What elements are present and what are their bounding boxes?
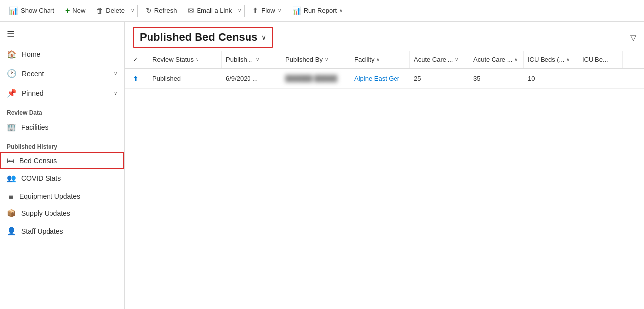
sidebar-recent-label: Recent: [22, 70, 44, 78]
flow-icon: ⬆: [252, 6, 259, 15]
col-header-icu-beds-2[interactable]: ICU Be...: [578, 51, 623, 68]
pinned-chevron: ∨: [114, 90, 117, 96]
email-dropdown-chevron[interactable]: ∨: [238, 8, 241, 13]
sidebar-item-pinned[interactable]: 📌 Pinned ∨: [0, 83, 124, 103]
table-row[interactable]: ⬆ Published 6/9/2020 ... ██████ █████ Al…: [125, 69, 644, 89]
row-check-cell: ⬆: [133, 75, 149, 83]
sidebar: ☰ 🏠 Home 🕐 Recent ∨ 📌 Pinned ∨ Review Da…: [0, 22, 125, 309]
acute-care-1-col-label: Acute Care ...: [414, 56, 453, 63]
row-publish-date-cell: 6/9/2020 ...: [222, 75, 281, 82]
view-title-bar: Published Bed Census ∨ ▽: [125, 22, 644, 51]
sidebar-home-label: Home: [22, 51, 40, 58]
published-history-section: Published History: [0, 136, 124, 152]
delete-label: Delete: [106, 7, 125, 14]
pinned-icon: 📌: [7, 88, 17, 98]
icu-beds-1-col-label: ICU Beds (...: [528, 56, 564, 63]
run-report-button[interactable]: 📊 Run Report ∨: [287, 4, 347, 17]
row-acute-care-1-cell: 25: [410, 75, 469, 82]
bed-census-icon: 🛏: [7, 156, 14, 165]
content-area: Published Bed Census ∨ ▽ ✓ Review Status…: [125, 22, 644, 309]
col-header-acute-care-1[interactable]: Acute Care ... ∨: [410, 51, 469, 68]
publish-col-label: Publish...: [226, 56, 252, 63]
col-header-published-by[interactable]: Published By ∨: [281, 51, 350, 68]
divider-1: [137, 5, 138, 17]
flow-label: Flow: [261, 7, 275, 14]
col-header-facility[interactable]: Facility ∨: [350, 51, 410, 68]
col-header-icu-beds-1[interactable]: ICU Beds (... ∨: [524, 51, 578, 68]
refresh-icon: ↻: [146, 6, 152, 15]
col-header-review-status[interactable]: Review Status ∨: [149, 51, 222, 68]
view-title-box[interactable]: Published Bed Census ∨: [133, 27, 273, 48]
chart-icon: 📊: [9, 6, 18, 15]
acute-care-1-col-chevron: ∨: [455, 57, 458, 62]
row-icu-beds-1-cell: 10: [524, 75, 578, 82]
run-report-icon: 📊: [292, 6, 301, 15]
run-report-label: Run Report: [304, 7, 337, 14]
covid-stats-label: COVID Stats: [21, 174, 61, 182]
facilities-label: Facilities: [21, 123, 48, 131]
equipment-icon: 🖥: [7, 192, 14, 200]
sidebar-item-facilities[interactable]: 🏢 Facilities: [0, 118, 124, 136]
grid-header: ✓ Review Status ∨ Publish... ∨ Published…: [125, 51, 644, 69]
facilities-icon: 🏢: [7, 123, 16, 132]
show-chart-label: Show Chart: [21, 7, 54, 14]
new-button[interactable]: + New: [60, 4, 90, 17]
plus-icon: +: [65, 6, 70, 15]
sidebar-item-recent[interactable]: 🕐 Recent ∨: [0, 64, 124, 83]
refresh-button[interactable]: ↻ Refresh: [141, 4, 182, 17]
col-header-publish[interactable]: Publish... ∨: [222, 51, 281, 68]
view-title: Published Bed Census: [140, 31, 257, 44]
sidebar-item-equipment-updates[interactable]: 🖥 Equipment Updates: [0, 187, 124, 205]
published-by-col-chevron: ∨: [325, 57, 328, 62]
row-upload-icon: ⬆: [133, 75, 139, 83]
staff-label: Staff Updates: [21, 227, 63, 235]
acute-care-2-col-label: Acute Care ...: [473, 56, 512, 63]
row-facility-cell[interactable]: Alpine East Ger: [350, 75, 410, 82]
hamburger-icon: ☰: [7, 29, 15, 40]
recent-icon: 🕐: [7, 69, 17, 78]
refresh-label: Refresh: [154, 7, 177, 14]
row-acute-care-2-cell: 35: [469, 75, 524, 82]
sidebar-item-staff-updates[interactable]: 👤 Staff Updates: [0, 222, 124, 240]
facility-col-chevron: ∨: [376, 57, 380, 62]
email-link-label: Email a Link: [197, 7, 232, 14]
grid-body: ⬆ Published 6/9/2020 ... ██████ █████ Al…: [125, 69, 644, 309]
review-status-col-chevron: ∨: [196, 57, 199, 62]
acute-care-2-col-chevron: ∨: [514, 57, 518, 62]
divider-2: [244, 5, 245, 17]
sidebar-pinned-label: Pinned: [22, 89, 44, 97]
col-header-check[interactable]: ✓: [133, 51, 149, 68]
supply-icon: 📦: [7, 209, 16, 218]
review-status-col-label: Review Status: [152, 56, 194, 63]
sidebar-item-bed-census[interactable]: 🛏 Bed Census: [0, 152, 124, 169]
view-title-chevron: ∨: [261, 33, 266, 41]
review-data-section: Review Data: [0, 103, 124, 118]
icu-beds-1-col-chevron: ∨: [566, 57, 570, 62]
sidebar-item-supply-updates[interactable]: 📦 Supply Updates: [0, 205, 124, 222]
delete-button[interactable]: 🗑 Delete: [91, 4, 130, 17]
email-icon: ✉: [188, 6, 194, 15]
run-report-chevron: ∨: [339, 8, 343, 13]
published-by-col-label: Published By: [285, 56, 323, 63]
check-icon: ✓: [133, 56, 138, 63]
filter-icon[interactable]: ▽: [630, 33, 636, 42]
delete-icon: 🗑: [96, 6, 103, 15]
email-link-button[interactable]: ✉ Email a Link: [183, 4, 237, 17]
hamburger-menu[interactable]: ☰: [0, 24, 22, 45]
main-layout: ☰ 🏠 Home 🕐 Recent ∨ 📌 Pinned ∨ Review Da…: [0, 22, 644, 309]
publish-col-chevron: ∨: [256, 57, 259, 62]
equipment-label: Equipment Updates: [19, 192, 80, 200]
sidebar-item-covid-stats[interactable]: 👥 COVID Stats: [0, 169, 124, 187]
toolbar: 📊 Show Chart + New 🗑 Delete ∨ ↻ Refresh …: [0, 0, 644, 22]
flow-button[interactable]: ⬆ Flow ∨: [248, 4, 286, 17]
sidebar-item-home[interactable]: 🏠 Home: [0, 45, 124, 64]
flow-chevron: ∨: [278, 8, 281, 13]
staff-icon: 👤: [7, 227, 16, 236]
show-chart-button[interactable]: 📊 Show Chart: [4, 4, 59, 17]
row-published-by-cell: ██████ █████: [281, 75, 350, 82]
row-review-status-cell: Published: [149, 75, 222, 82]
delete-dropdown-chevron[interactable]: ∨: [131, 8, 134, 13]
facility-col-label: Facility: [354, 56, 374, 63]
covid-stats-icon: 👥: [7, 174, 16, 183]
col-header-acute-care-2[interactable]: Acute Care ... ∨: [469, 51, 524, 68]
